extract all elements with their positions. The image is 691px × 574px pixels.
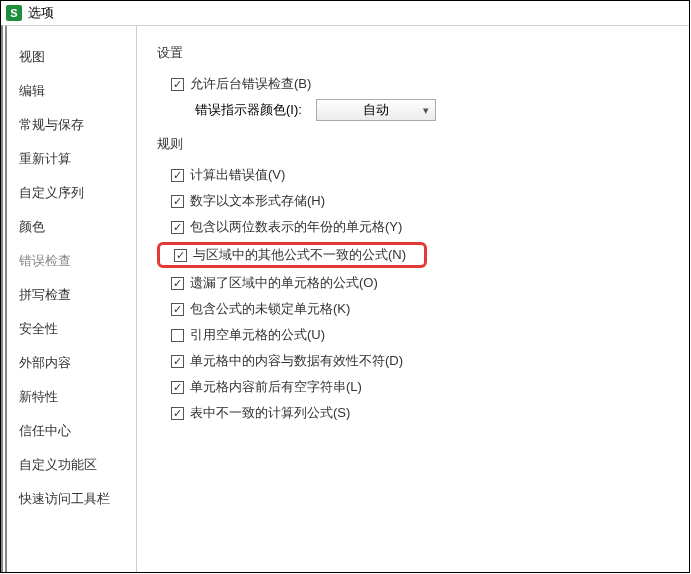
sidebar-item[interactable]: 新特性 (7, 380, 136, 414)
titlebar: S 选项 (1, 1, 689, 25)
rule-row[interactable]: 包含公式的未锁定单元格(K) (157, 298, 669, 320)
options-window: S 选项 视图编辑常规与保存重新计算自定义序列颜色错误检查拼写检查安全性外部内容… (0, 0, 690, 573)
color-row: 错误指示器颜色(I): 自动 (157, 99, 669, 121)
rule-label: 单元格内容前后有空字符串(L) (190, 378, 362, 396)
sidebar: 视图编辑常规与保存重新计算自定义序列颜色错误检查拼写检查安全性外部内容新特性信任… (7, 26, 137, 572)
rule-row[interactable]: 引用空单元格的公式(U) (157, 324, 669, 346)
sidebar-item[interactable]: 错误检查 (7, 244, 136, 278)
rule-label: 计算出错误值(V) (190, 166, 285, 184)
checkbox-icon[interactable] (171, 221, 184, 234)
rule-row[interactable]: 单元格中的内容与数据有效性不符(D) (157, 350, 669, 372)
rule-label: 表中不一致的计算列公式(S) (190, 404, 350, 422)
sidebar-item[interactable]: 编辑 (7, 74, 136, 108)
sidebar-item[interactable]: 快速访问工具栏 (7, 482, 136, 516)
color-label: 错误指示器颜色(I): (195, 101, 302, 119)
rule-label: 包含公式的未锁定单元格(K) (190, 300, 350, 318)
main-panel: 设置 允许后台错误检查(B) 错误指示器颜色(I): 自动 规则 计算出错误值(… (137, 26, 689, 572)
color-combo[interactable]: 自动 (316, 99, 436, 121)
body: 视图编辑常规与保存重新计算自定义序列颜色错误检查拼写检查安全性外部内容新特性信任… (1, 25, 689, 572)
rules-title: 规则 (157, 135, 669, 154)
window-title: 选项 (28, 4, 54, 22)
checkbox-icon[interactable] (174, 249, 187, 262)
bg-check-row[interactable]: 允许后台错误检查(B) (157, 73, 669, 95)
sidebar-item[interactable]: 自定义功能区 (7, 448, 136, 482)
rule-label: 遗漏了区域中的单元格的公式(O) (190, 274, 378, 292)
rule-label: 包含以两位数表示的年份的单元格(Y) (190, 218, 402, 236)
checkbox-icon[interactable] (171, 407, 184, 420)
sidebar-item[interactable]: 安全性 (7, 312, 136, 346)
rules-section: 规则 计算出错误值(V)数字以文本形式存储(H)包含以两位数表示的年份的单元格(… (157, 135, 669, 424)
sidebar-item[interactable]: 外部内容 (7, 346, 136, 380)
rule-label: 引用空单元格的公式(U) (190, 326, 325, 344)
rule-row[interactable]: 遗漏了区域中的单元格的公式(O) (157, 272, 669, 294)
rule-label: 与区域中的其他公式不一致的公式(N) (193, 246, 406, 264)
app-icon: S (6, 5, 22, 21)
sidebar-item[interactable]: 常规与保存 (7, 108, 136, 142)
sidebar-item[interactable]: 自定义序列 (7, 176, 136, 210)
sidebar-item[interactable]: 颜色 (7, 210, 136, 244)
rule-row[interactable]: 数字以文本形式存储(H) (157, 190, 669, 212)
bg-check-label: 允许后台错误检查(B) (190, 75, 311, 93)
checkbox-icon[interactable] (171, 329, 184, 342)
sidebar-item[interactable]: 重新计算 (7, 142, 136, 176)
rule-row[interactable]: 计算出错误值(V) (157, 164, 669, 186)
sidebar-item[interactable]: 信任中心 (7, 414, 136, 448)
checkbox-icon[interactable] (171, 195, 184, 208)
checkbox-icon[interactable] (171, 277, 184, 290)
checkbox-icon[interactable] (171, 381, 184, 394)
sidebar-item[interactable]: 视图 (7, 40, 136, 74)
checkbox-icon[interactable] (171, 303, 184, 316)
checkbox-icon[interactable] (171, 169, 184, 182)
checkbox-icon[interactable] (171, 355, 184, 368)
rule-label: 单元格中的内容与数据有效性不符(D) (190, 352, 403, 370)
rule-row[interactable]: 表中不一致的计算列公式(S) (157, 402, 669, 424)
sidebar-item[interactable]: 拼写检查 (7, 278, 136, 312)
color-combo-value: 自动 (363, 101, 389, 119)
rule-row[interactable]: 包含以两位数表示的年份的单元格(Y) (157, 216, 669, 238)
rule-row[interactable]: 单元格内容前后有空字符串(L) (157, 376, 669, 398)
rules-list: 计算出错误值(V)数字以文本形式存储(H)包含以两位数表示的年份的单元格(Y)与… (157, 164, 669, 424)
rule-label: 数字以文本形式存储(H) (190, 192, 325, 210)
settings-title: 设置 (157, 44, 669, 63)
checkbox-icon[interactable] (171, 78, 184, 91)
highlighted-rule[interactable]: 与区域中的其他公式不一致的公式(N) (157, 242, 427, 268)
